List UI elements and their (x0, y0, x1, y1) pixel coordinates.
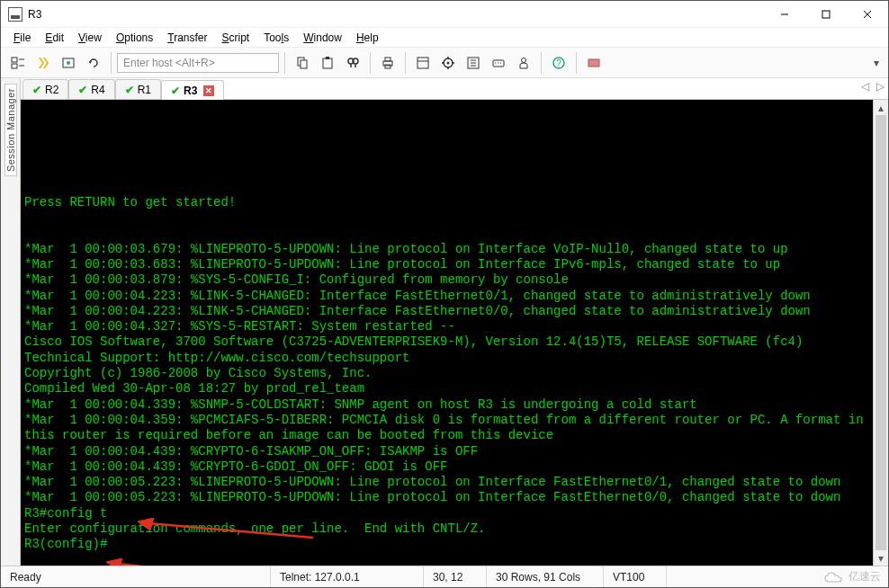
tab-r2[interactable]: ✔R2 (22, 79, 68, 99)
terminal-line: *Mar 1 00:00:04.359: %PCMCIAFS-5-DIBERR:… (24, 413, 869, 444)
terminal-line: *Mar 1 00:00:04.339: %SNMP-5-COLDSTART: … (24, 397, 869, 413)
session-manager-label: Session Manager (4, 84, 17, 176)
tab-r4[interactable]: ✔R4 (68, 79, 114, 99)
close-button[interactable] (847, 1, 888, 28)
menu-tools[interactable]: Tools (264, 31, 289, 44)
svg-text:?: ? (556, 58, 561, 68)
terminal-line: Technical Support: http://www.cisco.com/… (24, 351, 869, 366)
terminal-line: *Mar 1 00:00:03.683: %LINEPROTO-5-UPDOWN… (24, 257, 869, 272)
toolbar-extra-button[interactable] (582, 51, 606, 75)
terminal-line: *Mar 1 00:00:05.223: %LINEPROTO-5-UPDOWN… (24, 475, 869, 490)
svg-rect-5 (12, 64, 17, 68)
toolbar: Enter host <Alt+R> ? ▾ (1, 48, 888, 78)
cloud-icon (823, 570, 845, 584)
terminal-line: *Mar 1 00:00:04.223: %LINK-5-CHANGED: In… (24, 304, 869, 319)
host-input[interactable]: Enter host <Alt+R> (117, 53, 279, 73)
reconnect-button[interactable] (82, 51, 105, 75)
check-icon: ✔ (32, 84, 41, 96)
terminal-line: Copyright (c) 1986-2008 by Cisco Systems… (24, 366, 869, 381)
terminal-line: *Mar 1 00:00:04.223: %LINK-5-CHANGED: In… (24, 289, 869, 304)
svg-rect-22 (385, 58, 391, 61)
terminal-scrollbar[interactable]: ▴ ▾ (873, 100, 888, 566)
maximize-button[interactable] (805, 1, 847, 28)
tab-r3[interactable]: ✔R3✕ (161, 80, 224, 100)
terminal-line: R3#config t (24, 506, 869, 521)
svg-rect-15 (323, 58, 332, 68)
menu-transfer[interactable]: Transfer (167, 31, 207, 44)
session-manager-button[interactable] (6, 51, 30, 75)
connect-in-tab-button[interactable] (57, 51, 80, 75)
svg-rect-24 (418, 58, 428, 68)
terminal-line (24, 210, 869, 226)
global-options-button[interactable] (436, 51, 460, 75)
check-icon: ✔ (78, 84, 87, 96)
terminal-line: *Mar 1 00:00:04.439: %CRYPTO-6-GDOI_ON_O… (24, 459, 869, 475)
terminal-line: *Mar 1 00:00:05.223: %LINEPROTO-5-UPDOWN… (24, 490, 869, 505)
svg-point-11 (67, 61, 70, 65)
svg-rect-16 (326, 57, 329, 59)
terminal-line: R3(config)# (24, 537, 869, 552)
menu-view[interactable]: View (78, 31, 102, 44)
status-term-type: VT100 (604, 566, 667, 587)
toolbar-overflow-icon[interactable]: ▾ (870, 51, 883, 75)
check-icon: ✔ (125, 84, 134, 96)
menu-script[interactable]: Script (222, 31, 250, 44)
status-ready: Ready (1, 566, 271, 587)
minimize-button[interactable] (764, 1, 805, 28)
menu-help[interactable]: Help (356, 31, 379, 44)
terminal-line: *Mar 1 00:00:04.327: %SYS-5-RESTART: Sys… (24, 319, 869, 334)
menu-file[interactable]: File (13, 31, 31, 44)
svg-rect-1 (822, 11, 830, 18)
status-connection: Telnet: 127.0.0.1 (271, 566, 424, 587)
copy-button[interactable] (291, 51, 314, 75)
paste-button[interactable] (316, 51, 339, 75)
terminal-line: Press RETURN to get started! (24, 195, 869, 210)
svg-marker-47 (106, 558, 122, 566)
svg-rect-43 (588, 59, 599, 67)
scroll-thumb[interactable] (876, 115, 886, 550)
lock-session-button[interactable] (512, 51, 535, 75)
tab-label: R1 (138, 84, 151, 96)
quick-connect-button[interactable] (31, 51, 55, 75)
session-manager-sidetab[interactable]: Session Manager (1, 78, 21, 566)
status-size: 30 Rows, 91 Cols (487, 566, 604, 587)
status-cursor-pos: 30, 12 (424, 566, 487, 587)
tab-label: R3 (184, 85, 197, 97)
find-button[interactable] (341, 51, 364, 75)
tab-label: R2 (45, 84, 58, 96)
properties-button[interactable] (411, 51, 435, 75)
tab-next-icon[interactable]: ▷ (876, 80, 885, 93)
menu-bar: File Edit View Options Transfer Script T… (1, 28, 888, 48)
body-area: Session Manager ✔R2 ✔R4 ✔R1 ✔R3✕ ◁ ▷ (1, 78, 888, 566)
terminal-line: *Mar 1 00:00:04.439: %CRYPTO-6-ISAKMP_ON… (24, 444, 869, 459)
svg-rect-4 (12, 58, 17, 62)
session-options-button[interactable] (462, 51, 485, 75)
svg-rect-14 (301, 60, 307, 68)
terminal-line: Cisco IOS Software, 3700 Software (C3725… (24, 334, 869, 350)
tab-r1[interactable]: ✔R1 (115, 79, 161, 99)
svg-point-40 (522, 58, 526, 62)
terminal-line: *Mar 1 00:00:03.679: %LINEPROTO-5-UPDOWN… (24, 242, 869, 257)
tab-strip: ✔R2 ✔R4 ✔R1 ✔R3✕ ◁ ▷ (21, 78, 888, 100)
svg-marker-8 (39, 58, 44, 68)
status-bar: Ready Telnet: 127.0.0.1 30, 12 30 Rows, … (1, 566, 888, 587)
check-icon: ✔ (171, 85, 180, 97)
menu-options[interactable]: Options (116, 31, 153, 44)
terminal-line: Enter configuration commands, one per li… (24, 521, 869, 537)
terminal[interactable]: Press RETURN to get started! *Mar 1 00:0… (21, 100, 873, 566)
terminal-line: *Mar 1 00:00:03.879: %SYS-5-CONFIG_I: Co… (24, 272, 869, 288)
keymap-button[interactable] (487, 51, 510, 75)
scroll-up-icon[interactable]: ▴ (874, 100, 888, 115)
svg-line-46 (117, 564, 300, 566)
help-button[interactable]: ? (547, 51, 570, 75)
app-window: R3 File Edit View Options Transfer Scrip… (0, 0, 889, 588)
menu-edit[interactable]: Edit (45, 31, 64, 44)
scroll-down-icon[interactable]: ▾ (874, 550, 888, 566)
title-bar: R3 (1, 1, 888, 28)
menu-window[interactable]: Window (303, 31, 342, 44)
terminal-line: Compiled Wed 30-Apr-08 18:27 by prod_rel… (24, 381, 869, 396)
tab-prev-icon[interactable]: ◁ (861, 80, 869, 93)
terminal-line (24, 226, 869, 241)
print-button[interactable] (376, 51, 400, 75)
close-tab-icon[interactable]: ✕ (203, 85, 214, 96)
